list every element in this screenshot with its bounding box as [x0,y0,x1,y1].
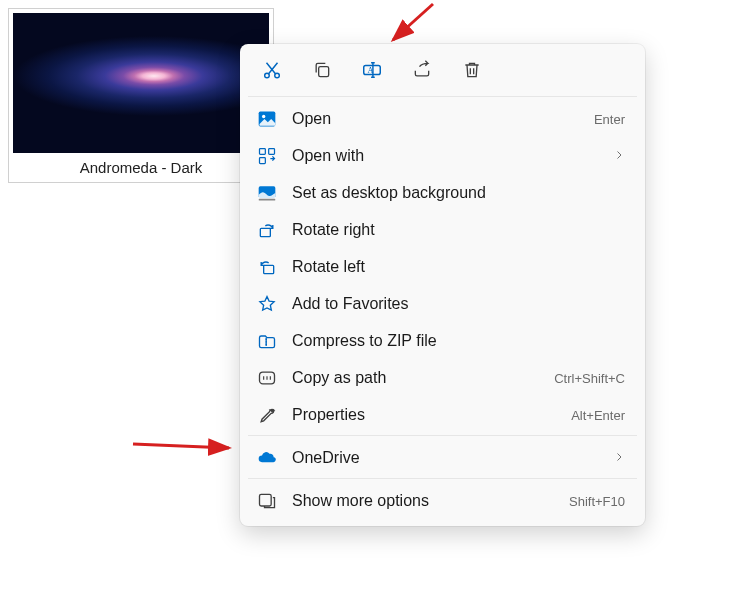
separator [248,96,637,97]
share-icon [411,59,433,81]
annotation-arrow-left [125,430,245,470]
cut-icon [261,59,283,81]
copy-button[interactable] [308,56,336,84]
svg-rect-15 [264,265,274,273]
chevron-right-icon [613,449,625,467]
thumbnail-image [13,13,269,153]
file-name-label: Andromeda - Dark [13,153,269,178]
menu-item-copy-path[interactable]: Copy as path Ctrl+Shift+C [244,360,641,396]
rename-button[interactable]: A [358,56,386,84]
context-menu: A [240,44,645,526]
context-menu-toolbar: A [240,44,645,94]
separator [248,478,637,479]
rotate-left-icon [256,256,278,278]
svg-point-2 [265,73,270,78]
file-thumbnail[interactable]: Andromeda - Dark [8,8,274,183]
svg-line-0 [393,4,433,40]
share-button[interactable] [408,56,436,84]
zip-icon [256,330,278,352]
svg-rect-10 [269,149,275,155]
svg-text:A: A [367,66,373,75]
copy-path-icon [256,367,278,389]
menu-item-open-with[interactable]: Open with [244,138,641,174]
svg-line-1 [133,444,229,448]
menu-label: Open [292,110,580,128]
menu-label: Show more options [292,492,555,510]
menu-item-favorites[interactable]: Add to Favorites [244,286,641,322]
menu-label: Open with [292,147,599,165]
svg-point-3 [275,73,280,78]
separator [248,435,637,436]
menu-item-rotate-left[interactable]: Rotate left [244,249,641,285]
svg-rect-14 [260,228,270,236]
menu-shortcut: Ctrl+Shift+C [554,371,625,386]
svg-rect-11 [260,158,266,164]
annotation-arrow-top [348,0,448,50]
image-icon [256,108,278,130]
svg-rect-4 [319,67,329,77]
chevron-right-icon [613,147,625,165]
menu-label: Copy as path [292,369,540,387]
menu-item-compress-zip[interactable]: Compress to ZIP file [244,323,641,359]
menu-label: Properties [292,406,557,424]
delete-button[interactable] [458,56,486,84]
menu-label: Rotate left [292,258,625,276]
menu-shortcut: Alt+Enter [571,408,625,423]
menu-label: Compress to ZIP file [292,332,625,350]
rotate-right-icon [256,219,278,241]
menu-item-open[interactable]: Open Enter [244,101,641,137]
menu-item-show-more[interactable]: Show more options Shift+F10 [244,483,641,519]
properties-icon [256,404,278,426]
star-icon [256,293,278,315]
svg-point-8 [262,115,265,118]
menu-shortcut: Enter [594,112,625,127]
copy-icon [311,59,333,81]
menu-shortcut: Shift+F10 [569,494,625,509]
cut-button[interactable] [258,56,286,84]
menu-item-properties[interactable]: Properties Alt+Enter [244,397,641,433]
delete-icon [461,59,483,81]
svg-rect-17 [260,494,272,506]
menu-item-set-background[interactable]: Set as desktop background [244,175,641,211]
menu-label: Set as desktop background [292,184,625,202]
menu-label: OneDrive [292,449,599,467]
menu-label: Add to Favorites [292,295,625,313]
onedrive-icon [256,447,278,469]
show-more-icon [256,490,278,512]
svg-rect-13 [259,199,276,201]
open-with-icon [256,145,278,167]
menu-label: Rotate right [292,221,625,239]
menu-item-onedrive[interactable]: OneDrive [244,440,641,476]
rename-icon: A [361,59,383,81]
svg-rect-9 [260,149,266,155]
menu-item-rotate-right[interactable]: Rotate right [244,212,641,248]
desktop-background-icon [256,182,278,204]
